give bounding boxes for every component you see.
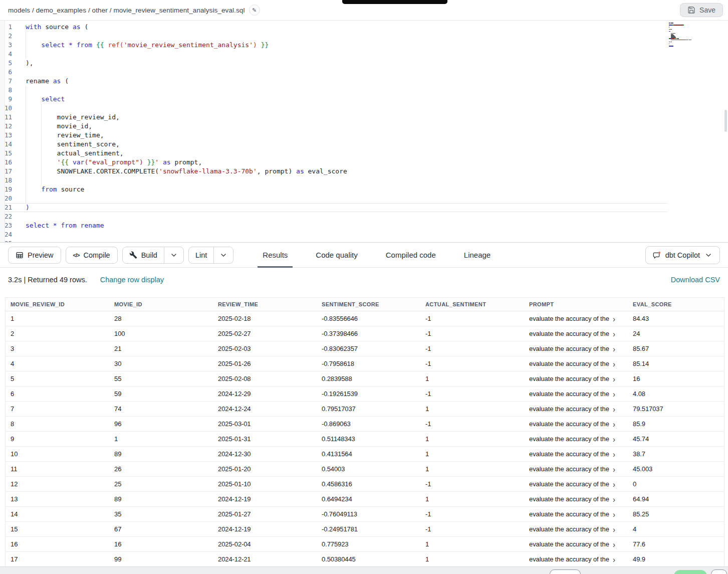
editor-minimap[interactable]	[669, 23, 717, 49]
table-row[interactable]: 4302025-01-26-0.7958618-1evaluate the ac…	[6, 356, 724, 371]
save-button[interactable]: Save	[680, 3, 723, 17]
table-row[interactable]: 21002025-02-27-0.37398466-1evaluate the …	[6, 326, 724, 341]
table-row[interactable]: 1282025-02-18-0.83556646-1evaluate the a…	[6, 311, 724, 326]
prompt-expand-chevron-icon[interactable]: ›	[613, 374, 615, 383]
indent-guide	[41, 167, 42, 176]
code-line-20[interactable]: 20	[0, 194, 728, 203]
cell-sentiment_score: 0.775923	[317, 540, 420, 548]
prompt-expand-chevron-icon[interactable]: ›	[613, 495, 615, 503]
table-row[interactable]: 3212025-02-03-0.83062357-1evaluate the a…	[6, 341, 724, 356]
column-header-eval_score[interactable]: EVAL_SCORE	[628, 301, 724, 307]
code-line-4[interactable]: 4	[0, 50, 728, 59]
prompt-expand-chevron-icon[interactable]: ›	[613, 405, 615, 413]
lint-dropdown-toggle[interactable]	[213, 247, 233, 263]
column-header-review_time[interactable]: REVIEW_TIME	[213, 301, 317, 307]
code-line-11[interactable]: 11 movie_review_id,	[0, 113, 728, 122]
table-row[interactable]: 11262025-01-200.540031evaluate the accur…	[6, 462, 724, 477]
tab-code-quality[interactable]: Code quality	[311, 242, 362, 268]
code-line-12[interactable]: 12 movie_id,	[0, 122, 728, 131]
code-editor[interactable]: 1with source as (23 select * from {{ ref…	[0, 21, 728, 242]
breadcrumb[interactable]: models / demo_examples / other / movie_r…	[8, 7, 245, 14]
table-row[interactable]: 8962025-03-01-0.869063-1evaluate the acc…	[6, 417, 724, 432]
table-row[interactable]: 15672024-12-19-0.24951781-1evaluate the …	[6, 522, 724, 537]
table-row[interactable]: 6592024-12-29-0.19261539-1evaluate the a…	[6, 387, 724, 402]
dbt-copilot-button[interactable]: dbt Copilot	[645, 246, 720, 264]
table-row[interactable]: 912025-01-310.511483431evaluate the accu…	[6, 432, 724, 447]
code-line-15[interactable]: 15 actual_sentiment,	[0, 149, 728, 158]
code-line-16[interactable]: 16 '{{ var("eval_prompt") }}' as prompt,	[0, 158, 728, 167]
code-line-2[interactable]: 2	[0, 32, 728, 41]
prompt-expand-chevron-icon[interactable]: ›	[613, 344, 615, 353]
code-line-8[interactable]: 8	[0, 86, 728, 95]
code-line-25[interactable]: 25	[0, 239, 728, 242]
cell-eval_score: 49.9	[628, 555, 724, 563]
code-line-3[interactable]: 3 select * from {{ ref('movie_review_sen…	[0, 41, 728, 50]
table-row[interactable]: 12252025-01-100.4586316-1evaluate the ac…	[6, 477, 724, 492]
prompt-expand-chevron-icon[interactable]: ›	[613, 314, 615, 323]
code-line-24[interactable]: 24	[0, 230, 728, 239]
indent-guide	[26, 131, 26, 140]
column-header-actual_sentiment[interactable]: ACTUAL_SENTIMENT	[420, 301, 524, 307]
code-line-23[interactable]: 23select * from rename	[0, 221, 728, 230]
table-row[interactable]: 7742024-12-240.795170371evaluate the acc…	[6, 402, 724, 417]
lint-button[interactable]: Lint	[189, 247, 213, 263]
prompt-expand-chevron-icon[interactable]: ›	[613, 420, 615, 428]
tab-results[interactable]: Results	[258, 242, 293, 268]
tab-lineage[interactable]: Lineage	[459, 242, 496, 268]
prompt-cell: evaluate the accuracy of the res...›	[524, 345, 628, 352]
prompt-expand-chevron-icon[interactable]: ›	[613, 555, 615, 563]
code-line-17[interactable]: 17 SNOWFLAKE.CORTEX.COMPLETE('snowflake-…	[0, 167, 728, 176]
code-line-6[interactable]: 6	[0, 68, 728, 77]
cell-movie_review_id: 12	[6, 480, 109, 488]
prompt-expand-chevron-icon[interactable]: ›	[613, 540, 615, 548]
compile-button[interactable]: </> Compile	[66, 247, 118, 264]
bottom-partial-button-left[interactable]	[550, 569, 581, 574]
prompt-expand-chevron-icon[interactable]: ›	[613, 450, 615, 458]
cell-review_time: 2025-01-27	[213, 510, 317, 518]
build-dropdown-toggle[interactable]	[164, 247, 183, 263]
prompt-cell: evaluate the accuracy of the res...›	[524, 510, 628, 518]
column-header-prompt[interactable]: PROMPT	[524, 301, 628, 307]
file-copilot-badge-icon[interactable]: ✎	[249, 5, 260, 16]
prompt-cell: evaluate the accuracy of the res...›	[524, 435, 628, 443]
bottom-green-button-partial[interactable]	[674, 570, 707, 574]
preview-button[interactable]: Preview	[8, 247, 61, 264]
table-row[interactable]: 14352025-01-27-0.76049113-1evaluate the …	[6, 507, 724, 522]
code-line-19[interactable]: 19 from source	[0, 185, 728, 194]
code-line-22[interactable]: 22	[0, 212, 728, 221]
indent-guide	[26, 104, 26, 113]
editor-scrollbar[interactable]	[724, 110, 727, 132]
cell-movie_id: 35	[109, 510, 213, 518]
prompt-expand-chevron-icon[interactable]: ›	[613, 329, 615, 338]
table-row[interactable]: 16162025-02-040.7759231evaluate the accu…	[6, 537, 724, 552]
cell-movie_review_id: 3	[6, 345, 109, 352]
prompt-expand-chevron-icon[interactable]: ›	[613, 525, 615, 533]
build-button[interactable]: Build	[123, 247, 164, 263]
table-row[interactable]: 13892024-12-190.64942341evaluate the acc…	[6, 492, 724, 507]
prompt-expand-chevron-icon[interactable]: ›	[613, 435, 615, 443]
prompt-expand-chevron-icon[interactable]: ›	[613, 510, 615, 518]
table-row[interactable]: 5552025-02-080.28395881evaluate the accu…	[6, 371, 724, 387]
code-line-10[interactable]: 10	[0, 104, 728, 113]
code-line-14[interactable]: 14 sentiment_score,	[0, 140, 728, 149]
change-row-display-link[interactable]: Change row display	[100, 276, 164, 284]
column-header-sentiment_score[interactable]: SENTIMENT_SCORE	[317, 301, 420, 307]
download-csv-link[interactable]: Download CSV	[671, 276, 720, 284]
code-line-9[interactable]: 9 select	[0, 95, 728, 104]
code-line-18[interactable]: 18	[0, 176, 728, 185]
tab-compiled-code[interactable]: Compiled code	[381, 242, 441, 268]
prompt-expand-chevron-icon[interactable]: ›	[613, 480, 615, 488]
code-line-13[interactable]: 13 review_time,	[0, 131, 728, 140]
table-row[interactable]: 17992024-12-210.503804451evaluate the ac…	[6, 552, 724, 567]
prompt-expand-chevron-icon[interactable]: ›	[613, 465, 615, 473]
code-line-7[interactable]: 7rename as (	[0, 77, 728, 86]
prompt-expand-chevron-icon[interactable]: ›	[613, 390, 615, 398]
table-row[interactable]: 10892024-12-300.41315641evaluate the acc…	[6, 447, 724, 462]
code-line-1[interactable]: 1with source as (	[0, 23, 728, 32]
code-line-21[interactable]: 21)	[0, 203, 667, 212]
code-line-5[interactable]: 5),	[0, 59, 728, 68]
bottom-partial-button-right[interactable]	[711, 569, 727, 574]
prompt-expand-chevron-icon[interactable]: ›	[613, 359, 615, 368]
column-header-movie_review_id[interactable]: MOVIE_REVIEW_ID	[6, 301, 109, 307]
column-header-movie_id[interactable]: MOVIE_ID	[109, 301, 213, 307]
